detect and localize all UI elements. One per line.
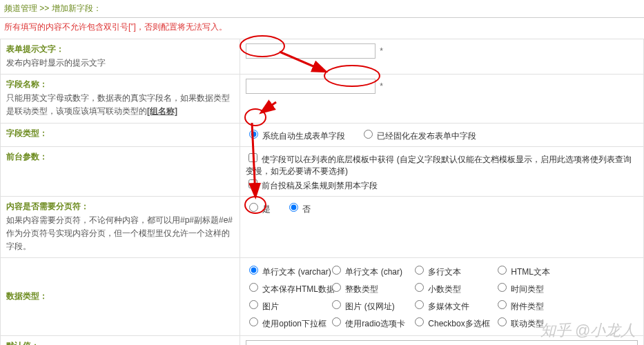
label-default: 默认值： [6,340,234,345]
input-default[interactable] [246,340,638,345]
radio-dtype-2[interactable]: 多行文本 [411,267,461,277]
radio-dtype-6[interactable]: 小数类型 [411,284,461,294]
label-dtype: 数据类型： [6,290,234,302]
label-name: 字段名称： [6,79,234,90]
row-name: 字段名称： 只能用英文字母或数字，数据表的真实字段名，如果数据类型是联动类型，该… [1,75,644,123]
row-dtype: 数据类型： 单行文本 (varchar) 单行文本 (char) 多行文本 HT… [1,258,644,336]
row-ftype: 字段类型： 系统自动生成表单字段 已经固化在发布表单中字段 [1,123,644,146]
radio-dtype-0[interactable]: 单行文本 (varchar) [246,267,331,277]
form-table: 表单提示文字： 发布内容时显示的提示文字 * 字段名称： 只能用英文字母或数字，… [0,39,644,345]
radio-ftype-fixed[interactable]: 已经固化在发布表单中字段 [360,131,476,141]
check-front-list[interactable]: 使字段可以在列表的底层模板中获得 (自定义字段默认仅能在文档模板显示，启用此选项… [246,155,632,176]
radio-dtype-4[interactable]: 文本保存HTML数据 [246,284,335,294]
label-tip: 表单提示文字： [6,43,234,55]
breadcrumb-sep: >> [37,3,52,13]
row-split: 内容是否需要分页符： 如果内容需要分页符，不论何种内容，都可以用#p#副标题#e… [1,196,644,258]
warning-text: 所有填写的内容不允许包含双引号["]，否则配置将无法写入。 [0,18,644,39]
input-tip[interactable] [246,43,375,59]
label-split: 内容是否需要分页符： [6,201,234,213]
row-tip: 表单提示文字： 发布内容时显示的提示文字 * [1,39,644,75]
row-front: 前台参数： 使字段可以在列表的底层模板中获得 (自定义字段默认仅能在文档模板显示… [1,146,644,196]
input-name[interactable] [246,79,375,94]
radio-dtype-5[interactable]: 整数类型 [329,284,378,294]
radio-dtype-3[interactable]: HTML文本 [494,267,550,277]
label-front: 前台参数： [6,151,234,163]
radio-dtype-9[interactable]: 图片 (仅网址) [329,302,395,311]
radio-split-no[interactable]: 否 [286,204,311,214]
label-ftype: 字段类型： [6,128,234,139]
dtype-grid: 单行文本 (varchar) 单行文本 (char) 多行文本 HTML文本 文… [246,262,638,331]
breadcrumb: 频道管理 >> 增加新字段： [0,0,644,18]
radio-dtype-1[interactable]: 单行文本 (char) [329,267,402,277]
desc-tip: 发布内容时显示的提示文字 [6,58,106,68]
star-name: * [380,81,383,91]
breadcrumb-root: 频道管理 [4,3,37,13]
radio-dtype-15[interactable]: 联动类型 [494,319,544,328]
radio-dtype-8[interactable]: 图片 [246,302,279,311]
radio-dtype-7[interactable]: 时间类型 [494,284,544,294]
row-default: 默认值： 如果定义数据类型为select、radio、checkbox时，此处填… [1,336,644,345]
desc-name: 只能用英文字母或数字，数据表的真实字段名，如果数据类型是联动类型，该项应该填写联… [6,93,230,116]
breadcrumb-current: 增加新字段： [52,3,101,13]
radio-dtype-11[interactable]: 附件类型 [494,302,544,311]
radio-dtype-10[interactable]: 多媒体文件 [411,302,469,311]
radio-split-yes[interactable]: 是 [246,204,271,214]
radio-dtype-12[interactable]: 使用option下拉框 [246,319,326,328]
radio-dtype-13[interactable]: 使用radio选项卡 [329,319,405,328]
radio-ftype-auto[interactable]: 系统自动生成表单字段 [246,131,345,141]
desc-split: 如果内容需要分页符，不论何种内容，都可以用#p#副标题#e#作为分页符号实现内容… [6,215,233,251]
check-front-disable[interactable]: 前台投稿及采集规则禁用本字段 [246,181,378,190]
radio-dtype-14[interactable]: Checkbox多选框 [411,319,490,328]
star-tip: * [380,46,383,56]
